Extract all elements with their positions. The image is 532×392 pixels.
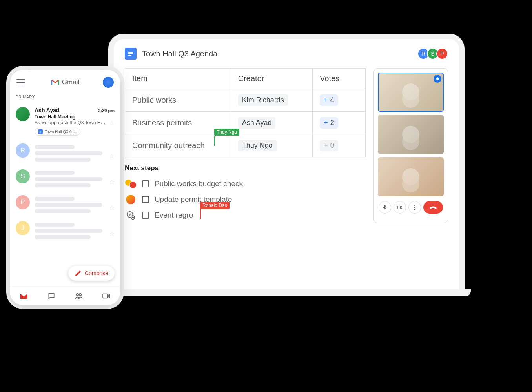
cell-votes: + 4 (313, 89, 366, 112)
cell-creator: Thuy Ngo (231, 134, 312, 157)
svg-point-4 (79, 293, 81, 295)
add-assignee-icon[interactable] (125, 209, 137, 221)
vote-chip[interactable]: + 2 (320, 117, 338, 129)
agenda-table: Item Creator Votes Public works Kim Rich… (125, 68, 366, 157)
hamburger-menu-icon[interactable] (16, 79, 25, 85)
svg-rect-13 (438, 78, 439, 80)
more-options-button[interactable] (408, 201, 421, 214)
sender-avatar: S (16, 169, 30, 183)
cell-votes: + 2 (313, 112, 366, 134)
step-item: Event regro Ronald Das (125, 207, 366, 223)
gmail-logo: Gmail (51, 78, 79, 86)
mic-button[interactable] (379, 201, 391, 214)
cursor-tag-ronald: Ronald Das (200, 202, 230, 209)
star-icon[interactable]: ☆ (109, 120, 115, 127)
star-icon[interactable]: ☆ (109, 178, 115, 186)
svg-rect-1 (40, 132, 42, 132)
video-tile[interactable] (378, 73, 444, 112)
chip-label: Town Hall Q3 Ag... (45, 130, 77, 134)
sender-avatar: P (16, 195, 30, 209)
compose-button[interactable]: Compose (68, 266, 115, 281)
email-subject: Town Hall Meeting (35, 114, 115, 120)
email-item-placeholder[interactable]: J ☆ (10, 217, 120, 243)
docs-icon (38, 129, 43, 134)
meet-icon[interactable] (102, 292, 111, 300)
cell-creator: Kim Richards (231, 89, 312, 112)
plus-icon: + (324, 119, 328, 127)
assignee-avatar[interactable] (125, 194, 137, 205)
laptop-screen: Town Hall Q3 Agenda RSP Item Creator Vot… (114, 39, 459, 290)
account-avatar[interactable] (103, 77, 114, 88)
email-time: 2:39 pm (98, 108, 115, 113)
sender-avatar: R (16, 143, 30, 158)
primary-tab-label[interactable]: PRIMARY (10, 93, 120, 103)
video-tile[interactable] (378, 157, 444, 196)
doc-header: Town Hall Q3 Agenda RSP (125, 48, 448, 60)
plus-icon: + (324, 142, 328, 150)
cursor-line-ronald (200, 209, 201, 219)
checkbox[interactable] (142, 180, 149, 187)
sender-avatar (16, 107, 30, 121)
star-icon[interactable]: ☆ (109, 204, 115, 212)
svg-rect-7 (128, 53, 133, 54)
vote-chip[interactable]: + 4 (320, 94, 338, 106)
hangup-button[interactable] (423, 201, 443, 214)
google-docs-icon[interactable] (125, 48, 137, 60)
table-row: Public works Kim Richards + 4 (125, 89, 366, 112)
email-sender: Ash Ayad (35, 107, 60, 113)
header-creator: Creator (231, 69, 312, 89)
checkbox[interactable] (142, 212, 149, 219)
vote-chip[interactable]: + 0 (320, 140, 338, 151)
svg-rect-14 (397, 206, 401, 209)
svg-point-15 (414, 205, 415, 206)
creator-chip[interactable]: Ash Ayad (238, 117, 276, 129)
collaborators: RSP (420, 48, 448, 60)
chat-icon[interactable] (47, 292, 56, 300)
speaking-icon (434, 75, 441, 83)
step-text: Public works budget check (155, 180, 243, 188)
svg-rect-5 (103, 294, 107, 298)
doc-title[interactable]: Town Hall Q3 Agenda (142, 49, 217, 58)
star-icon[interactable]: ☆ (109, 230, 115, 238)
phone-device: Gmail PRIMARY Ash Ayad 2:39 pm Town Hall… (10, 70, 120, 305)
star-icon[interactable]: ☆ (109, 152, 115, 160)
collaborator-avatar[interactable]: P (436, 48, 448, 60)
email-item-placeholder[interactable]: R ☆ (10, 140, 120, 165)
next-steps-section: Next steps Public works budget check Upd… (125, 164, 366, 223)
attachment-chip[interactable]: Town Hall Q3 Ag... (35, 128, 80, 136)
video-tile[interactable] (378, 115, 444, 154)
creator-chip[interactable]: Kim Richards (238, 94, 288, 106)
step-item: Update permit template (125, 192, 366, 207)
email-item-placeholder[interactable]: S ☆ (10, 165, 120, 191)
plus-icon: + (324, 96, 328, 104)
gmail-icon (51, 79, 60, 85)
table-row: Business permits Ash Ayad + 2 (125, 112, 366, 134)
svg-point-17 (414, 209, 415, 210)
creator-chip[interactable]: Thuy Ngo (238, 140, 277, 151)
gmail-brand-text: Gmail (62, 78, 79, 86)
svg-rect-11 (436, 78, 437, 80)
svg-point-3 (77, 293, 78, 295)
step-item: Public works budget check (125, 176, 366, 192)
svg-point-16 (414, 207, 415, 208)
cell-item: Public works (125, 89, 231, 112)
laptop-base (102, 289, 471, 296)
header-item: Item (125, 69, 231, 89)
svg-rect-6 (128, 52, 133, 53)
bottom-nav (10, 286, 120, 305)
cell-votes: + 0 (313, 134, 366, 157)
assignee-avatars[interactable] (125, 178, 137, 190)
spaces-icon[interactable] (75, 292, 83, 300)
email-item-placeholder[interactable]: P ☆ (10, 191, 120, 217)
meet-controls (378, 201, 444, 214)
svg-rect-2 (40, 132, 41, 133)
svg-rect-12 (437, 77, 438, 80)
next-steps-title: Next steps (125, 164, 366, 172)
checkbox[interactable] (142, 196, 149, 203)
email-item[interactable]: Ash Ayad 2:39 pm Town Hall Meeting As we… (10, 103, 120, 140)
cursor-tag-thuy: Thuy Ngo (214, 129, 239, 136)
email-preview: As we approach the Q3 Town Ha... (35, 120, 115, 125)
camera-button[interactable] (394, 201, 406, 214)
mail-icon[interactable] (20, 292, 28, 300)
pencil-icon (75, 270, 82, 277)
